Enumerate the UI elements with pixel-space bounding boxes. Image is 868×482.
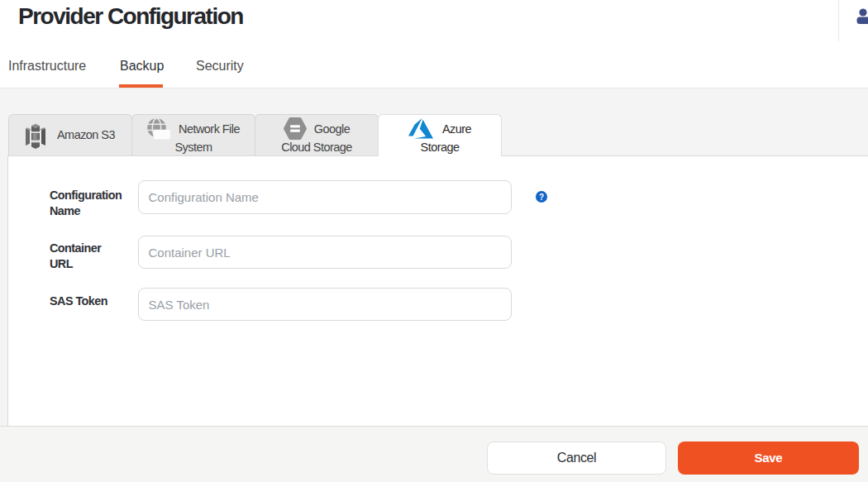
svg-text:?: ? xyxy=(539,193,544,202)
